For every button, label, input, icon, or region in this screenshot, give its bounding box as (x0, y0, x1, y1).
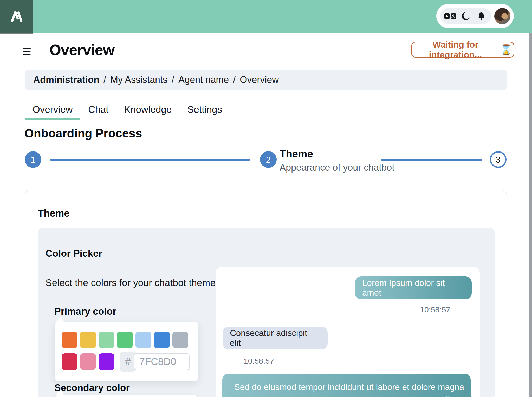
toolbar-icon-group: A 文 (440, 8, 491, 24)
color-swatch-red[interactable] (62, 353, 77, 370)
step-3-indicator[interactable]: 3 (490, 151, 507, 168)
logo-icon (6, 7, 27, 27)
color-swatch-gray[interactable] (172, 332, 188, 348)
color-swatch-purple[interactable] (99, 353, 114, 370)
primary-popup-arrow (56, 317, 65, 322)
active-tab-underline (25, 118, 80, 120)
color-swatch-light-blue[interactable] (135, 332, 151, 348)
notifications-button[interactable] (476, 10, 487, 22)
secondary-color-label: Secondary color (54, 382, 130, 393)
primary-color-label: Primary color (54, 306, 116, 317)
moon-icon (461, 11, 470, 21)
step-1-indicator[interactable]: 1 (25, 151, 41, 168)
swatch-row (62, 332, 198, 348)
tab-knowledge[interactable]: Knowledge (116, 100, 179, 120)
translate-icon-letter: A (444, 13, 450, 19)
chat-message-sent: Lorem Ipsum dolor sit amet (355, 276, 472, 299)
dark-mode-button[interactable] (460, 10, 471, 22)
chat-message-received: Consecatur adiscipit elit (223, 327, 328, 349)
color-swatch-pink[interactable] (80, 353, 96, 370)
step-2-title: Theme (280, 148, 313, 160)
breadcrumb-item-administration[interactable]: Administration (33, 74, 99, 85)
onboarding-heading: Onboarding Process (24, 126, 142, 140)
translate-icon: A 文 (444, 13, 456, 19)
secondary-popup-arrow (56, 390, 65, 395)
tab-settings-label: Settings (187, 104, 222, 115)
step-connector-1 (50, 159, 250, 161)
color-swatch-yellow[interactable] (80, 332, 96, 348)
color-picker-title: Color Picker (46, 248, 102, 259)
translate-button[interactable]: A 文 (444, 10, 456, 22)
user-toolbar: A 文 (436, 4, 514, 28)
message-timestamp: 10:58:57 (420, 305, 450, 314)
breadcrumb-separator: / (233, 74, 236, 85)
breadcrumb-item-my-assistants[interactable]: My Assistants (110, 74, 167, 85)
hourglass-icon: ⌛ (500, 44, 512, 55)
integration-status-button[interactable]: Waiting for integration... ⌛ (411, 42, 514, 58)
chat-message-sent: Sed do eiusmod tempor incididunt ut labo… (222, 374, 471, 397)
scrollbar-thumb[interactable] (529, 33, 532, 397)
swatch-row: # (62, 352, 198, 372)
secondary-color-popup (55, 395, 198, 397)
color-swatch-blue[interactable] (154, 332, 170, 348)
tab-chat-label: Chat (88, 104, 108, 115)
hex-color-input[interactable] (134, 353, 190, 370)
tab-chat[interactable]: Chat (80, 100, 116, 120)
app-root: A 文 Ove (0, 0, 532, 397)
tab-knowledge-label: Knowledge (124, 104, 172, 115)
step-2-subtitle: Appearance of your chatbot (280, 162, 394, 173)
menu-button[interactable] (23, 48, 31, 55)
tab-settings[interactable]: Settings (179, 100, 230, 120)
logo-shadow (0, 33, 33, 34)
bell-icon (477, 12, 486, 21)
breadcrumb-item-overview[interactable]: Overview (240, 74, 279, 85)
chat-preview: Lorem Ipsum dolor sit amet 10:58:57 Cons… (216, 267, 480, 397)
theme-card-title: Theme (38, 208, 69, 219)
breadcrumb-separator: / (172, 74, 174, 85)
tab-overview-label: Overview (33, 104, 73, 115)
status-label: Waiting for integration... (414, 39, 497, 60)
translate-icon-glyph: 文 (451, 13, 456, 19)
color-swatch-light-green[interactable] (99, 332, 114, 348)
hex-input-group: # (120, 352, 190, 372)
color-swatch-green[interactable] (117, 332, 133, 348)
user-avatar[interactable] (494, 8, 510, 24)
color-swatch-orange[interactable] (62, 332, 77, 348)
tab-bar: Overview Chat Knowledge Settings (25, 100, 230, 120)
breadcrumb-separator: / (103, 74, 106, 85)
step-2-indicator[interactable]: 2 (260, 151, 277, 168)
tab-overview[interactable]: Overview (25, 100, 80, 120)
message-timestamp: 10:58:57 (244, 357, 274, 366)
breadcrumb-item-agent-name[interactable]: Agent name (178, 74, 229, 85)
breadcrumb: Administration / My Assistants / Agent n… (25, 70, 507, 90)
step-connector-2 (381, 159, 482, 161)
color-picker-description: Select the colors for your chatbot theme… (46, 277, 218, 288)
app-logo[interactable] (0, 0, 33, 33)
primary-color-popup: # (55, 322, 198, 381)
page-title: Overview (49, 41, 114, 58)
app-header: A 文 (0, 0, 532, 33)
